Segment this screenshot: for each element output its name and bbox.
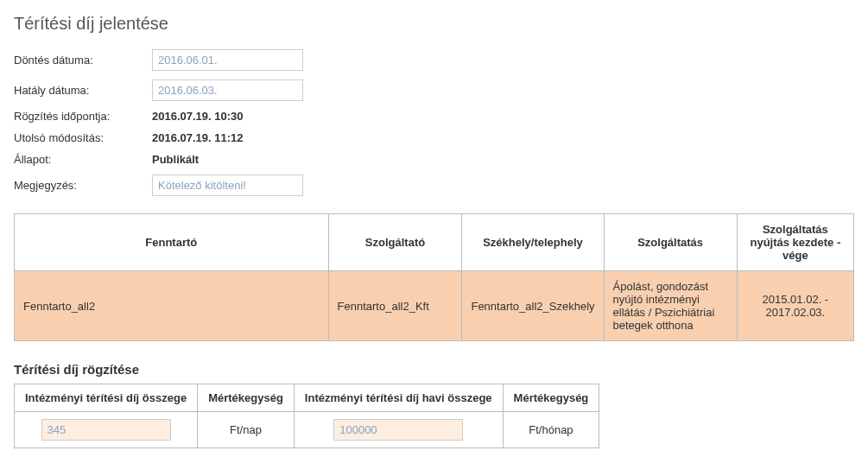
decision-date-label: Döntés dátuma:: [14, 54, 152, 67]
col-site: Székhely/telephely: [462, 214, 604, 271]
inst-fee-monthly-input[interactable]: [333, 419, 463, 441]
table-row: Fenntarto_all2 Fenntarto_all2_Kft Fennta…: [15, 271, 854, 341]
effective-date-input[interactable]: [152, 79, 303, 101]
col-unit2: Mértékegység: [503, 384, 599, 412]
col-maintainer: Fenntartó: [15, 214, 329, 271]
decision-date-input[interactable]: [152, 49, 303, 71]
recorded-at-value: 2016.07.19. 10:30: [152, 110, 244, 123]
status-label: Állapot:: [14, 153, 152, 166]
col-period: Szolgáltatás nyújtás kezdete - vége: [737, 214, 853, 271]
unit2-value: Ft/hónap: [503, 412, 599, 448]
main-table: Fenntartó Szolgáltató Székhely/telephely…: [14, 213, 854, 341]
col-provider: Szolgáltató: [328, 214, 462, 271]
inst-fee-input[interactable]: [41, 419, 171, 441]
col-unit1: Mértékegység: [198, 384, 295, 412]
last-modified-value: 2016.07.19. 11:12: [152, 131, 244, 144]
cell-provider: Fenntarto_all2_Kft: [328, 271, 462, 341]
note-label: Megjegyzés:: [14, 179, 152, 192]
fee-row: Ft/nap Ft/hónap: [15, 412, 599, 448]
cell-maintainer: Fenntarto_all2: [15, 271, 329, 341]
fee-table: Intézményi térítési díj összege Mértékeg…: [14, 384, 599, 448]
cell-site: Fenntarto_all2_Szekhely: [462, 271, 604, 341]
page-title: Térítési díj jelentése: [14, 14, 854, 34]
fee-section-title: Térítési díj rögzítése: [14, 362, 854, 377]
recorded-at-label: Rögzítés időpontja:: [14, 110, 152, 123]
cell-service: Ápolást, gondozást nyújtó intézményi ell…: [604, 271, 737, 341]
col-inst-fee-monthly: Intézményi térítési díj havi összege: [294, 384, 503, 412]
unit1-value: Ft/nap: [198, 412, 295, 448]
note-input[interactable]: [152, 175, 303, 196]
last-modified-label: Utolsó módosítás:: [14, 131, 152, 144]
effective-date-label: Hatály dátuma:: [14, 84, 152, 97]
status-value: Publikált: [152, 153, 199, 166]
col-inst-fee: Intézményi térítési díj összege: [15, 384, 198, 412]
cell-period: 2015.01.02. - 2017.02.03.: [737, 271, 853, 341]
col-service: Szolgáltatás: [604, 214, 737, 271]
